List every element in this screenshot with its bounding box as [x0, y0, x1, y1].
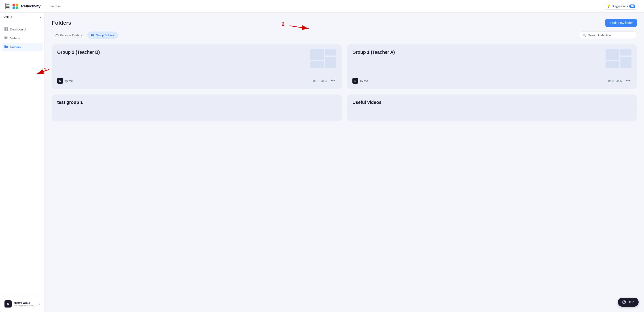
folder-card-2[interactable]: Group 1 (Teacher A) N by me [347, 44, 637, 89]
logo-divider: | [44, 4, 46, 8]
logo-icon [12, 4, 19, 9]
sidebar-item-dashboard[interactable]: Dashboard [2, 25, 43, 34]
sidebar-bottom: N Naomi Watts learning+NaomiWatts@swi...… [0, 296, 44, 312]
topnav-left: ☰ Reflectivity | member [5, 3, 61, 10]
video-count-2: 0 [608, 79, 614, 83]
svg-rect-5 [6, 27, 8, 29]
help-button[interactable]: ? Help [618, 298, 639, 307]
owner-label-2: by me [360, 79, 368, 83]
search-box[interactable]: 🔍 [579, 31, 637, 39]
chevron-down-icon: ▾ [40, 16, 41, 19]
user-row[interactable]: N Naomi Watts learning+NaomiWatts@swi...… [3, 298, 42, 309]
page-header: Folders + Add new folder [52, 19, 637, 27]
group-tab-icon [91, 33, 94, 37]
folders-icon [4, 45, 8, 50]
owner-avatar-1: N [57, 78, 63, 84]
svg-point-20 [618, 80, 619, 81]
lightbulb-icon: 💡 [607, 5, 610, 8]
suggestions-count: 10 [629, 5, 635, 8]
folder-footer-2: N by me 0 [352, 78, 632, 84]
svg-rect-6 [4, 29, 6, 31]
personal-tab-label: Personal Folders [60, 34, 82, 37]
svg-point-11 [92, 34, 92, 35]
folder-thumbnail-1 [310, 49, 336, 68]
svg-point-12 [92, 34, 94, 35]
workspace-selector[interactable]: KNLU ▾ [0, 13, 44, 22]
svg-rect-3 [16, 7, 18, 9]
svg-rect-4 [4, 27, 6, 29]
sidebar-nav: Dashboard Videos [0, 22, 44, 54]
user-email: learning+NaomiWatts@swi... [14, 304, 37, 307]
folder-footer-1: N by me 0 [57, 78, 336, 84]
workspace-name: KNLU [4, 16, 12, 19]
video-count-1: 0 [313, 79, 318, 83]
folder-card-3[interactable]: test group 1 [52, 94, 342, 121]
suggestions-label: Suggestions [612, 5, 628, 8]
layout: KNLU ▾ Dashboard [0, 13, 644, 312]
dashboard-icon [4, 27, 8, 32]
tab-personal-folders[interactable]: Personal Folders [52, 32, 86, 39]
folder-thumbnail-2 [606, 49, 632, 68]
folder-owner-1: N by me [57, 78, 73, 84]
topnav-right: 💡 Suggestions 10 [604, 3, 639, 10]
more-menu-2[interactable]: ••• [624, 78, 632, 84]
folder-title-2: Group 1 (Teacher A) [352, 50, 632, 55]
svg-rect-7 [6, 29, 8, 31]
sidebar-top: KNLU ▾ Dashboard [0, 13, 44, 54]
folder-grid: Group 2 (Teacher B) N by me [52, 44, 637, 121]
logo-brand: Reflectivity [21, 4, 40, 9]
main-content: Folders + Add new folder Personal Folder… [45, 13, 644, 312]
svg-rect-13 [313, 80, 315, 82]
svg-rect-17 [608, 80, 610, 82]
folder-card-1[interactable]: Group 2 (Teacher B) N by me [52, 44, 342, 89]
hamburger-menu[interactable]: ☰ [5, 3, 10, 10]
svg-rect-8 [4, 37, 7, 39]
svg-marker-9 [7, 37, 8, 39]
page-title: Folders [52, 20, 71, 26]
svg-marker-14 [315, 80, 316, 82]
search-input[interactable] [588, 34, 633, 37]
sidebar: KNLU ▾ Dashboard [0, 13, 45, 312]
member-count-2: 5 [616, 79, 622, 83]
more-menu-1[interactable]: ••• [330, 78, 336, 84]
dashboard-label: Dashboard [10, 28, 26, 31]
tabs: Personal Folders Group Folders [52, 32, 118, 39]
topnav: ☰ Reflectivity | member 💡 Suggestions 10 [0, 0, 644, 13]
user-avatar: N [4, 300, 12, 307]
sidebar-item-folders[interactable]: Folders [2, 43, 43, 52]
owner-avatar-2: N [352, 78, 358, 84]
tab-group-folders[interactable]: Group Folders [87, 32, 118, 39]
videos-icon [4, 36, 8, 41]
folder-card-4[interactable]: Useful videos [347, 94, 637, 121]
personal-tab-icon [56, 33, 58, 37]
svg-point-16 [323, 80, 324, 81]
folders-label: Folders [10, 46, 21, 49]
user-info: Naomi Watts learning+NaomiWatts@swi... [14, 301, 37, 307]
svg-rect-0 [12, 4, 15, 6]
svg-point-19 [617, 80, 618, 81]
group-tab-label: Group Folders [96, 34, 114, 37]
svg-point-10 [56, 34, 58, 35]
owner-label-1: by me [65, 79, 73, 83]
add-new-folder-button[interactable]: + Add new folder [605, 19, 637, 27]
folder-owner-2: N by me [352, 78, 368, 84]
sidebar-item-videos[interactable]: Videos [2, 34, 43, 43]
folder-title-1: Group 2 (Teacher B) [57, 50, 336, 55]
svg-rect-1 [16, 4, 18, 6]
user-name: Naomi Watts [14, 301, 37, 304]
videos-label: Videos [10, 37, 20, 40]
folder-title-4: Useful videos [352, 100, 632, 105]
member-count-1: 4 [321, 79, 327, 83]
folder-meta-2: 0 5 ••• [608, 78, 632, 84]
user-arrow-icon: › [39, 302, 40, 305]
folder-meta-1: 0 4 ••• [313, 78, 336, 84]
suggestions-button[interactable]: 💡 Suggestions 10 [604, 3, 639, 10]
svg-text:?: ? [624, 301, 625, 303]
svg-marker-18 [610, 80, 611, 82]
svg-point-15 [322, 80, 323, 81]
folder-title-3: test group 1 [57, 100, 336, 105]
logo-role: member [50, 5, 61, 8]
help-label: Help [628, 300, 634, 304]
search-icon: 🔍 [582, 33, 586, 37]
svg-rect-2 [12, 7, 15, 9]
